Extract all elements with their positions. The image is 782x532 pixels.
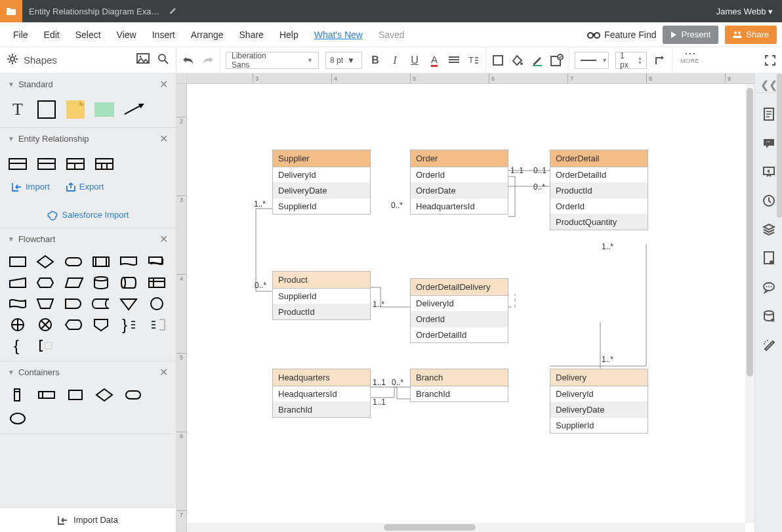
entity-field[interactable]: ProductQuantity — [550, 215, 648, 230]
er-shape-3[interactable] — [66, 154, 85, 174]
fc-stored[interactable] — [91, 297, 111, 311]
fc-terminator[interactable] — [64, 255, 83, 269]
history-icon[interactable] — [761, 193, 777, 209]
fc-process[interactable] — [8, 255, 28, 269]
close-icon[interactable]: ✕ — [159, 233, 168, 245]
er-shape-1[interactable] — [8, 154, 28, 174]
pencil-icon[interactable] — [169, 6, 178, 17]
notes-icon[interactable] — [761, 106, 777, 122]
text-options-button[interactable]: T — [467, 54, 480, 67]
fullscreen-button[interactable] — [764, 54, 777, 67]
more-button[interactable]: ⋯ — [684, 49, 697, 58]
shape-fill-button[interactable] — [491, 54, 504, 67]
fc-multidoc[interactable] — [147, 255, 167, 269]
export-link[interactable]: Export — [66, 182, 104, 192]
entity-field[interactable]: OrderId — [550, 199, 648, 215]
user-menu[interactable]: James Webb ▾ — [707, 7, 782, 16]
entity-headquarters[interactable]: Headquarters HeadquartersId BranchId — [272, 369, 371, 418]
import-link[interactable]: Import — [12, 182, 50, 192]
entity-field[interactable]: DeliveryId — [411, 296, 508, 312]
entity-field[interactable]: ProductId — [550, 183, 648, 199]
entity-field[interactable]: OrderId — [411, 312, 508, 327]
fc-direct[interactable] — [119, 276, 138, 290]
present-button[interactable]: Present — [663, 26, 718, 44]
fc-brace-right[interactable]: } — [119, 317, 138, 332]
entity-field[interactable]: HeadquartersId — [411, 199, 508, 214]
doc-title[interactable]: Entity Relationship Diagram Exa… — [22, 7, 166, 16]
er-shape-4[interactable] — [94, 154, 114, 174]
line-style-select[interactable]: ▼ — [575, 52, 609, 69]
fc-manual-op[interactable] — [35, 297, 55, 311]
entity-field[interactable]: DeliveryDate — [550, 402, 648, 418]
entity-delivery[interactable]: Delivery DeliveryId DeliveryDate Supplie… — [550, 369, 648, 434]
align-button[interactable] — [447, 54, 461, 67]
import-data-button[interactable]: Import Data — [0, 507, 176, 532]
underline-button[interactable]: U — [408, 54, 421, 67]
image-icon[interactable] — [136, 53, 150, 68]
entity-supplier[interactable]: Supplier DeliveryId DeliveryDate Supplie… — [272, 150, 371, 215]
entity-field[interactable]: HeadquartersId — [273, 386, 370, 402]
data-icon[interactable] — [761, 308, 777, 324]
menu-arrange[interactable]: Arrange — [183, 26, 232, 44]
canvas[interactable]: Supplier DeliveryId DeliveryDate Supplie… — [187, 84, 754, 532]
fc-internal[interactable] — [147, 276, 167, 290]
cont-6[interactable] — [8, 411, 28, 426]
fc-decision[interactable] — [35, 255, 55, 269]
fc-predef[interactable] — [91, 255, 111, 269]
entity-field[interactable]: DeliveryId — [273, 167, 370, 183]
entity-branch[interactable]: Branch BranchId — [410, 369, 508, 402]
fc-manual-input[interactable] — [8, 276, 28, 290]
fc-sum[interactable] — [35, 317, 55, 332]
menu-help[interactable]: Help — [272, 26, 306, 44]
entity-field[interactable]: OrderDate — [411, 183, 508, 199]
cont-5[interactable] — [123, 388, 143, 402]
doc-icon[interactable] — [0, 0, 22, 22]
fc-or[interactable] — [8, 317, 28, 332]
font-size-input[interactable]: 8 pt▼ — [325, 52, 362, 69]
section-containers-header[interactable]: ▼Containers✕ — [0, 361, 176, 382]
rect-shape[interactable] — [37, 100, 56, 119]
feature-find[interactable]: Feature Find — [587, 30, 656, 40]
chat-icon[interactable] — [761, 279, 777, 295]
fc-merge[interactable] — [119, 297, 138, 311]
entity-field[interactable]: BranchId — [273, 402, 370, 417]
entity-product[interactable]: Product SupplierId ProductId — [272, 271, 371, 320]
er-shape-2[interactable] — [37, 154, 56, 174]
fc-connector[interactable] — [147, 297, 167, 311]
close-icon[interactable]: ✕ — [159, 366, 168, 379]
shape-options-button[interactable] — [550, 54, 564, 67]
page-settings-icon[interactable] — [761, 251, 777, 266]
arrow-shape[interactable] — [123, 100, 143, 119]
fc-note[interactable] — [147, 317, 167, 332]
menu-edit[interactable]: Edit — [36, 26, 68, 44]
fc-paper-tape[interactable] — [8, 297, 28, 311]
entity-field[interactable]: ProductId — [273, 304, 370, 319]
menu-view[interactable]: View — [109, 26, 144, 44]
comments-icon[interactable]: “” — [761, 135, 777, 151]
fc-document[interactable] — [119, 255, 138, 269]
fc-display[interactable] — [64, 317, 83, 332]
cont-3[interactable] — [66, 388, 85, 402]
bold-button[interactable]: B — [369, 54, 382, 67]
entity-field[interactable]: SupplierId — [273, 199, 370, 214]
section-er-header[interactable]: ▼Entity Relationship✕ — [0, 128, 176, 149]
undo-button[interactable] — [182, 54, 195, 67]
cont-1[interactable] — [8, 388, 28, 402]
vertical-scrollbar[interactable] — [745, 84, 754, 523]
cont-2[interactable] — [37, 388, 56, 402]
section-standard-header[interactable]: ▼Standard✕ — [0, 73, 176, 94]
menu-share[interactable]: Share — [232, 26, 272, 44]
note-shape[interactable] — [66, 100, 85, 119]
entity-orderdetaildelivery[interactable]: OrderDetailDelivery DeliveryId OrderId O… — [410, 278, 508, 343]
entity-orderdetail[interactable]: OrderDetail OrderDetailId ProductId Orde… — [550, 150, 648, 230]
salesforce-import-link[interactable]: Salesforce Import — [12, 210, 164, 220]
presentation-icon[interactable] — [761, 164, 777, 180]
entity-field[interactable]: OrderDetailId — [550, 167, 648, 183]
entity-field[interactable]: SupplierId — [550, 418, 648, 433]
menu-insert[interactable]: Insert — [144, 26, 183, 44]
redo-button[interactable] — [201, 54, 215, 67]
share-button[interactable]: Share — [725, 26, 777, 44]
entity-field[interactable]: DeliveryDate — [273, 183, 370, 199]
magic-icon[interactable] — [761, 337, 777, 353]
menu-select[interactable]: Select — [68, 26, 109, 44]
